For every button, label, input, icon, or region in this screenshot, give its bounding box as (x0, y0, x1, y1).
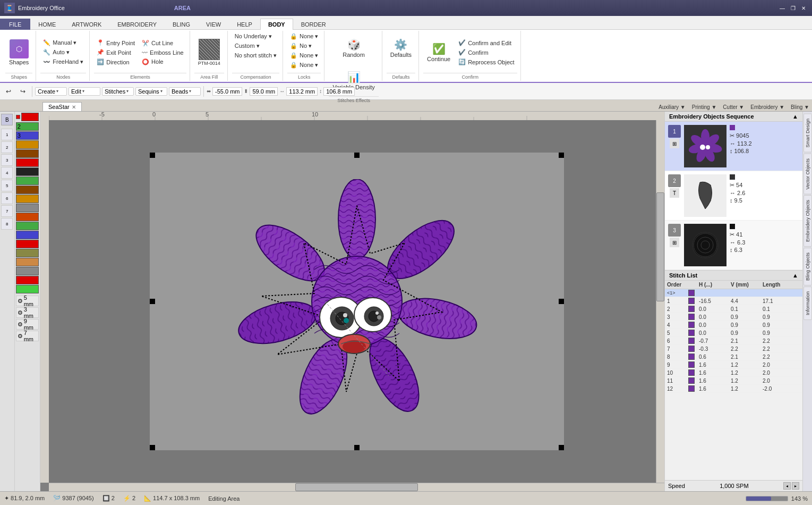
vtab-bling-objects[interactable]: Bling Objects (804, 248, 812, 285)
hscroll-thumb[interactable] (295, 483, 418, 491)
handle-bm[interactable] (354, 445, 360, 450)
area-fill-btn[interactable]: PTM-0014 (194, 36, 224, 69)
emb-objects-header[interactable]: Embroidery Objects Sequence ▲ (665, 112, 802, 122)
entry-point-btn[interactable]: 📍 Entry Point (94, 38, 138, 47)
color-strip-13[interactable] (16, 222, 39, 230)
stitch-row-7[interactable]: 7 -0.3 2.2 2.2 (665, 345, 802, 353)
confirm-btn[interactable]: ✔️ Confirm (456, 48, 517, 57)
sequins-dropdown[interactable]: Sequins ▾ (135, 87, 167, 96)
vtab-vector-objects[interactable]: Vector Objects (804, 154, 812, 195)
handle-mr[interactable] (559, 299, 564, 304)
tab-help[interactable]: HELP (229, 19, 260, 30)
y-input[interactable]: 59.0 mm (250, 87, 278, 96)
speed-up-btn[interactable]: ▸ (792, 482, 799, 490)
shapes-button[interactable]: ⬡ Shapes (5, 37, 32, 69)
emb-obj-1[interactable]: 1 ⊞ (665, 122, 802, 171)
stitch-row-12[interactable]: 12 1.6 1.2 -2.0 (665, 385, 802, 393)
vertical-scrollbar[interactable] (656, 120, 664, 483)
hole-btn[interactable]: ⭕ Hole (139, 57, 186, 66)
b-toggle[interactable]: B (1, 114, 13, 125)
manual-btn[interactable]: ✏️ Manual ▾ (40, 38, 86, 47)
stitch-row-2[interactable]: 2 0.0 0.1 0.1 (665, 305, 802, 313)
color-strip-2[interactable]: 2 (16, 122, 39, 131)
vtab-emb-objects[interactable]: Embroidery Objects (804, 195, 812, 247)
random-btn[interactable]: 🎲 Random (329, 32, 378, 64)
emb-obj-3[interactable]: 3 ⊞ (665, 221, 802, 270)
canvas-wrapper[interactable]: -5 0 5 10 (40, 112, 664, 491)
freehand-btn[interactable]: 〰️ FreeHand ▾ (40, 57, 86, 66)
thread-tool-4[interactable]: ⚙7 mm (16, 331, 39, 341)
stitch-row-3[interactable]: 3 0.0 0.9 0.9 (665, 313, 802, 321)
emb-obj-2[interactable]: 2 T ✂ 54 ↔ 2.6 ↕ 9.5 (665, 171, 802, 221)
stitch-row-5[interactable]: 5 0.0 0.9 0.9 (665, 329, 802, 337)
cutter-tab[interactable]: Cutter ▼ (720, 103, 747, 111)
stitches-dropdown[interactable]: Stitches ▾ (102, 87, 134, 96)
stitch-list-collapse[interactable]: ▲ (792, 272, 798, 279)
stitch-row-header[interactable]: <1> (665, 289, 802, 297)
lock1-btn[interactable]: 🔒 None ▾ (287, 32, 321, 41)
color-strip-19[interactable] (16, 276, 39, 284)
tab-embroidery[interactable]: EMBROIDERY (109, 19, 165, 30)
auto-btn[interactable]: 🔧 Auto ▾ (40, 48, 86, 57)
doc-tab-close[interactable]: ✕ (72, 104, 76, 110)
stitch-row-4[interactable]: 4 0.0 0.9 0.9 (665, 321, 802, 329)
color-strip-10[interactable] (16, 195, 39, 203)
color-strip-7[interactable] (16, 167, 39, 176)
color-strip-3[interactable]: 3 (16, 131, 39, 140)
vtab-information[interactable]: Information (804, 287, 812, 320)
color-strip-16[interactable] (16, 249, 39, 257)
printing-tab[interactable]: Printing ▼ (689, 103, 720, 111)
stitch-row-11[interactable]: 11 1.6 1.2 2.0 (665, 377, 802, 385)
cut-line-btn[interactable]: ✂️ Cut Line (139, 39, 186, 48)
tab-border[interactable]: BORDER (293, 19, 334, 30)
auxiliary-tab[interactable]: Auxiliary ▼ (656, 103, 688, 111)
embroidery-tab[interactable]: Embroidery ▼ (748, 103, 787, 111)
tab-view[interactable]: VIEW (198, 19, 229, 30)
minimize-btn[interactable]: — (778, 4, 787, 12)
color-strip-18[interactable] (16, 267, 39, 275)
lock3-btn[interactable]: 🔒 None ▾ (287, 51, 321, 60)
handle-tl[interactable] (150, 153, 155, 158)
direction-btn[interactable]: ➡️ Direction (94, 57, 138, 66)
defaults-btn[interactable]: ⚙️ Defaults (387, 32, 415, 64)
stitch-list-header[interactable]: Stitch List ▲ (665, 271, 802, 281)
close-btn[interactable]: ✕ (799, 4, 808, 12)
speed-down-btn[interactable]: ◂ (783, 482, 791, 490)
color-strip-17[interactable] (16, 258, 39, 266)
reprocess-btn[interactable]: 🔄 Reprocess Object (456, 57, 517, 66)
color-strip-15[interactable] (16, 240, 39, 248)
tab-artwork[interactable]: ARTWORK (64, 19, 109, 30)
stitch-row-6[interactable]: 6 -0.7 2.1 2.2 (665, 337, 802, 345)
color-strip-20[interactable] (16, 285, 39, 293)
stitch-row-8[interactable]: 8 0.6 2.1 2.2 (665, 353, 802, 361)
handle-tm[interactable] (354, 153, 360, 158)
thread-tool-3[interactable]: ⚙9 mm (16, 319, 39, 330)
thread-tool-2[interactable]: ⚙3 mm (16, 307, 39, 318)
beads-dropdown[interactable]: Beads ▾ (169, 87, 201, 96)
color-strip-1[interactable] (21, 113, 39, 121)
tab-file[interactable]: FILE (0, 19, 30, 30)
doc-tab-seastar[interactable]: SeaStar ✕ (42, 102, 82, 111)
restore-btn[interactable]: ❐ (789, 4, 797, 12)
w-input[interactable]: 113.2 mm (286, 87, 318, 96)
no-short-stitch-btn[interactable]: No short stitch ▾ (232, 51, 279, 60)
exit-point-btn[interactable]: 📌 Exit Point (94, 48, 138, 57)
tab-bling[interactable]: BLING (165, 19, 198, 30)
color-strip-14[interactable] (16, 231, 39, 239)
color-strip-5[interactable] (16, 149, 39, 158)
handle-ml[interactable] (150, 299, 155, 304)
stitch-row-1[interactable]: 1 -16.5 4.4 17.1 (665, 297, 802, 305)
tab-body[interactable]: BODY (260, 19, 293, 30)
undo-btn[interactable]: ↩ (2, 85, 15, 98)
color-strip-4[interactable] (16, 140, 39, 149)
handle-bl[interactable] (150, 445, 155, 450)
color-strip-8[interactable] (16, 176, 39, 185)
emb-objects-collapse[interactable]: ▲ (792, 113, 798, 120)
handle-tr[interactable] (559, 153, 564, 158)
handle-br[interactable] (559, 445, 564, 450)
horizontal-scrollbar[interactable] (49, 483, 664, 491)
x-input[interactable]: -55.0 mm (212, 87, 242, 96)
continue-btn[interactable]: ✅ Continue (423, 37, 454, 69)
color-strip-12[interactable] (16, 213, 39, 221)
no-underlay-btn[interactable]: No Underlay ▾ (232, 32, 279, 41)
